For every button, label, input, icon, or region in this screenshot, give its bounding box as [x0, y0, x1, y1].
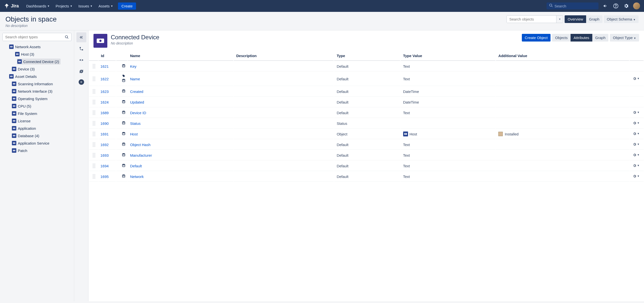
nav-dashboards[interactable]: Dashboards▼ [24, 2, 52, 10]
search-objects-input[interactable] [507, 15, 556, 23]
drag-handle[interactable] [92, 76, 96, 81]
tree-item[interactable]: Host (3) [2, 50, 72, 58]
nav-projects[interactable]: Projects▼ [53, 2, 75, 10]
database-icon [122, 132, 126, 136]
tree-item[interactable]: Asset Details [2, 73, 72, 80]
search-icon[interactable] [62, 33, 71, 41]
attr-name[interactable]: Network [128, 172, 233, 182]
create-button[interactable]: Create [118, 2, 136, 10]
tree-item[interactable]: License [2, 117, 72, 125]
help-icon[interactable] [612, 2, 619, 9]
database-icon [122, 142, 126, 146]
drag-handle[interactable] [92, 64, 96, 69]
attr-id[interactable]: 1624 [98, 97, 116, 107]
tree-item[interactable]: Operating System [2, 95, 72, 102]
attr-id[interactable]: 1689 [98, 108, 116, 118]
attr-name[interactable]: Manufacturer [128, 150, 233, 160]
attr-name[interactable]: Key [128, 61, 233, 71]
nav-icons [602, 2, 640, 9]
nav-issues[interactable]: Issues▼ [76, 2, 95, 10]
row-settings-button[interactable]: ▼ [632, 121, 640, 125]
global-search[interactable] [546, 2, 598, 9]
create-object-button[interactable]: Create Object [522, 34, 551, 41]
drag-handle[interactable] [92, 142, 96, 147]
attr-id[interactable]: 1692 [98, 140, 116, 150]
attr-id[interactable]: 1693 [98, 150, 116, 160]
jira-logo[interactable]: Jira [4, 3, 19, 9]
type-value-object[interactable]: Host [403, 131, 493, 136]
add-button[interactable]: + [79, 79, 84, 85]
drag-handle[interactable] [92, 121, 96, 126]
refresh-icon[interactable] [76, 66, 86, 76]
row-settings-button[interactable]: ▼ [632, 164, 640, 168]
attr-id[interactable]: 1694 [98, 161, 116, 171]
attr-name[interactable]: Host [128, 129, 233, 139]
tab-graph[interactable]: Graph [592, 34, 609, 41]
object-schema-button[interactable]: Object Schema▼ [604, 15, 638, 23]
attr-id[interactable]: 1691 [98, 129, 116, 139]
attr-id[interactable]: 1622 [98, 72, 116, 86]
attr-name[interactable]: Status [128, 118, 233, 128]
hierarchy-icon[interactable] [76, 44, 86, 54]
tree-item[interactable]: Patch [2, 147, 72, 154]
drag-handle[interactable] [92, 131, 96, 136]
nav-items: Dashboards▼ Projects▼ Issues▼ Assets▼ Cr… [24, 2, 136, 10]
drag-handle[interactable] [92, 163, 96, 168]
drag-handle[interactable] [92, 89, 96, 94]
row-settings-button[interactable]: ▼ [632, 142, 640, 146]
overview-button[interactable]: Overview [564, 15, 586, 23]
tree-item[interactable]: Device (3) [2, 65, 72, 73]
row-settings-button[interactable]: ▼ [632, 132, 640, 136]
attr-type: Default [334, 172, 400, 182]
search-object-types-input[interactable] [3, 33, 62, 41]
global-search-input[interactable] [554, 4, 596, 8]
type-value: DateTime [403, 100, 419, 104]
collapse-diag-icon[interactable] [76, 55, 86, 65]
toggle-icon[interactable] [6, 45, 8, 48]
tree-item[interactable]: Scanning Information [2, 80, 72, 87]
row-settings-button[interactable]: ▼ [632, 153, 640, 157]
tree-item[interactable]: File System [2, 110, 72, 117]
row-settings-button[interactable]: ▼ [632, 77, 640, 81]
drag-handle[interactable] [92, 110, 96, 115]
attr-id[interactable]: 1695 [98, 172, 116, 182]
tree-item[interactable]: Database (4) [2, 132, 72, 139]
tree-item[interactable]: CPU (5) [2, 102, 72, 110]
search-objects-dropdown[interactable]: ▼ [556, 15, 563, 23]
nav-assets[interactable]: Assets▼ [96, 2, 116, 10]
toggle-icon[interactable] [6, 75, 8, 78]
tree-item[interactable]: Network Assets [2, 43, 72, 50]
status-swatch [498, 132, 503, 136]
attr-id[interactable]: 1623 [98, 86, 116, 97]
tree-item[interactable]: Application [2, 125, 72, 132]
object-type-icon [12, 96, 16, 101]
drag-handle[interactable] [92, 174, 96, 179]
tree-item[interactable]: Connected Device (2) [2, 58, 72, 65]
chevron-down-icon: ▼ [47, 5, 50, 7]
attr-name[interactable]: Created [128, 86, 233, 97]
attr-id[interactable]: 1621 [98, 61, 116, 71]
type-value: Text [403, 164, 410, 168]
attr-name[interactable]: Object Hash [128, 140, 233, 150]
row-settings-button[interactable]: ▼ [632, 110, 640, 114]
drag-handle[interactable] [92, 100, 96, 105]
gear-icon[interactable] [623, 2, 630, 9]
attr-type: Default [334, 140, 400, 150]
object-type-button[interactable]: Object Type▼ [610, 34, 639, 41]
graph-button[interactable]: Graph [586, 15, 602, 23]
tab-attributes[interactable]: Attributes [570, 34, 592, 41]
collapse-sidebar-button[interactable] [76, 32, 86, 42]
avatar[interactable] [633, 2, 640, 9]
tab-objects[interactable]: Objects [552, 34, 570, 41]
megaphone-icon[interactable] [602, 2, 609, 9]
attr-name[interactable]: Updated [128, 97, 233, 107]
drag-handle[interactable] [92, 153, 96, 158]
tree-item[interactable]: Application Service [2, 139, 72, 147]
row-settings-button[interactable]: ▼ [632, 174, 640, 178]
attr-name[interactable]: Device ID [128, 108, 233, 118]
attr-name[interactable]: Name [128, 72, 233, 86]
toggle-icon[interactable] [12, 53, 14, 55]
tree-item[interactable]: Network Interface (3) [2, 87, 72, 95]
attr-name[interactable]: Default [128, 161, 233, 171]
attr-id[interactable]: 1690 [98, 118, 116, 128]
